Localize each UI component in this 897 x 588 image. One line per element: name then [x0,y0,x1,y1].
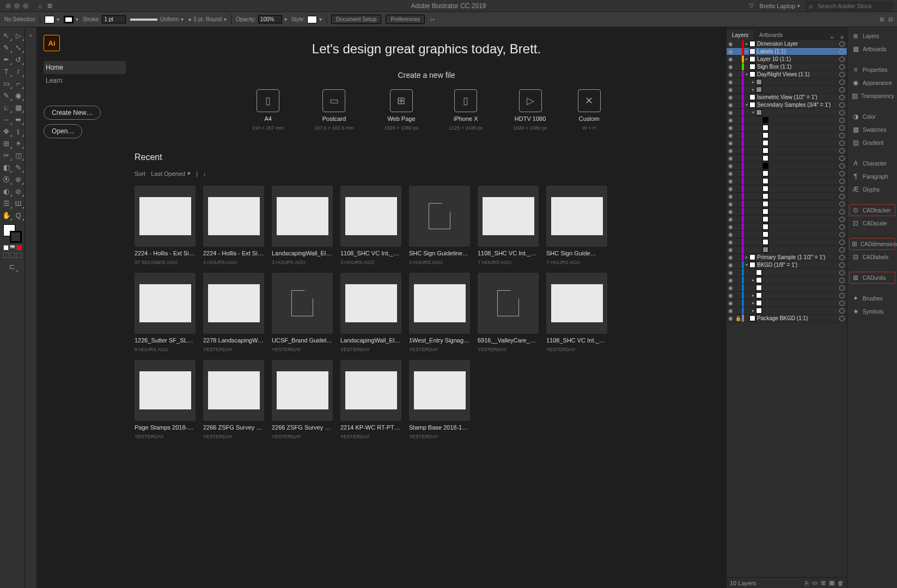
panel-cadunits[interactable]: ⊠CADunits [850,272,895,283]
layer-row[interactable]: ◉ [727,170,847,177]
panel-menu-icon[interactable]: ≡ [837,34,847,40]
tool-↺[interactable]: ↺ [13,53,25,65]
brush-dropdown[interactable]: ●5 pt. Round▾ [188,16,227,22]
visibility-icon[interactable]: ◉ [727,186,734,192]
visibility-icon[interactable]: ◉ [727,140,734,146]
layer-name[interactable]: Isometric View (1/2" = 1') [757,94,837,100]
layer-row[interactable]: ◉ [727,246,847,254]
target-icon[interactable] [839,49,845,54]
layer-name[interactable]: Day/Night Views (1:1) [757,71,837,77]
layer-thumbnail[interactable] [762,247,768,253]
layer-name[interactable]: Dimension Layer [757,41,837,47]
panel-layers[interactable]: ≣Layers [850,30,895,41]
recent-file[interactable]: LandscapingWall_Elevations_…3 HOURS AGO [272,186,333,265]
tool-Ш[interactable]: Ш [13,197,25,209]
target-icon[interactable] [839,87,845,93]
target-icon[interactable] [839,72,845,77]
visibility-icon[interactable]: ◉ [727,308,734,314]
layer-row[interactable]: ◉▸ [727,78,847,86]
opacity-input[interactable] [258,15,282,23]
layer-thumbnail[interactable] [749,102,755,108]
visibility-icon[interactable]: ◉ [727,247,734,253]
target-icon[interactable] [839,308,845,314]
visibility-icon[interactable]: ◉ [727,163,734,169]
layer-thumbnail[interactable] [762,155,768,161]
style-swatch[interactable] [307,16,317,23]
recent-file[interactable]: 6916__ValleyCare_Pleasanto…YESTERDAY [478,273,539,352]
panel-brushes[interactable]: ✦Brushes [850,293,895,304]
layer-thumbnail[interactable] [762,201,768,207]
layer-thumbnail[interactable] [762,140,768,146]
disclosure-icon[interactable]: ▾ [744,102,749,107]
layer-row[interactable]: ◉▸Primary Sample (1 1/2" = 1') [727,254,847,261]
panel-character[interactable]: ACharacter [850,158,895,169]
target-icon[interactable] [839,118,845,123]
layer-thumbnail[interactable] [756,300,762,306]
tool-✂[interactable]: ✂ [1,149,13,161]
tool-⬌[interactable]: ⬌ [13,113,25,125]
layer-thumbnail[interactable] [749,94,755,100]
recent-file[interactable]: 2278 LandscapingWall_Elevat…YESTERDAY [203,273,264,352]
preferences-button[interactable]: Preferences [386,15,425,24]
target-icon[interactable] [839,285,845,291]
profile-dropdown[interactable]: Uniform▾ [130,16,184,22]
tool-Q[interactable]: Q [13,209,25,221]
layer-thumbnail[interactable] [749,41,755,47]
tool-⤡[interactable]: ⤡ [13,41,25,53]
tool-⊘[interactable]: ⊘ [13,185,25,197]
recent-file[interactable]: SHC Sign Guidelines_2015.09…3 HOURS AGO [409,186,470,265]
layer-thumbnail[interactable] [762,209,768,215]
disclosure-icon[interactable]: ▸ [744,49,749,54]
visibility-icon[interactable]: ◉ [727,48,734,54]
layer-row[interactable]: ◉ [727,124,847,132]
visibility-icon[interactable]: ◉ [727,125,734,131]
visibility-icon[interactable]: ◉ [727,56,734,62]
target-icon[interactable] [839,102,845,108]
layer-thumbnail[interactable] [762,170,768,176]
visibility-icon[interactable]: ◉ [727,277,734,283]
layer-thumbnail[interactable] [749,71,755,77]
home-icon[interactable]: ⌂ [34,3,42,9]
tool-◐[interactable]: ◐ [1,185,13,197]
visibility-icon[interactable]: ◉ [727,193,734,199]
layer-thumbnail[interactable] [762,239,768,245]
target-icon[interactable] [839,262,845,268]
tool-✋[interactable]: ✋ [1,209,13,221]
tool-▭[interactable]: ▭ [1,77,13,89]
visibility-icon[interactable]: ◉ [727,292,734,298]
recent-file[interactable]: LandscapingWall_Elevations_…YESTERDAY [340,273,401,352]
target-icon[interactable] [839,247,845,253]
preset-hdtv-1080[interactable]: ▷HDTV 10801920 × 1080 px [513,89,547,131]
panel-cadscale[interactable]: ⊡CADscale [850,218,895,229]
target-icon[interactable] [839,278,845,283]
layer-row[interactable]: ◉▸Dimension Layer [727,40,847,48]
layer-row[interactable]: ◉▾ [727,109,847,117]
target-icon[interactable] [839,95,845,100]
layer-thumbnail[interactable] [762,117,768,123]
disclosure-icon[interactable]: ▸ [744,57,749,62]
target-icon[interactable] [839,171,845,176]
layer-row[interactable]: ◉🔒Package BKGD (1:1) [727,315,847,322]
layer-row[interactable]: ◉ [727,193,847,200]
disclosure-icon[interactable]: ▾ [750,110,756,115]
panel-artboards[interactable]: ▦Artboards [850,44,895,54]
target-icon[interactable] [839,156,845,161]
panel-cadlabels[interactable]: ⊟CADlabels [850,252,895,262]
fill-stroke-control[interactable] [3,224,22,243]
visibility-icon[interactable]: ◉ [727,87,734,93]
visibility-icon[interactable]: ◉ [727,216,734,222]
layer-name[interactable]: Secondary Samples (3/4" = 1') [757,102,837,108]
stroke-weight-input[interactable] [102,15,126,23]
visibility-icon[interactable]: ◉ [727,224,734,230]
view-mode-icon[interactable]: ⊞ [880,16,884,22]
disclosure-icon[interactable]: ▾ [744,262,749,267]
preset-postcard[interactable]: ▭Postcard197.6 × 101.6 mm [314,89,354,131]
panel-gradient[interactable]: ▤Gradient [850,137,895,148]
layer-row[interactable]: ◉ [727,269,847,277]
stroke-swatch[interactable]: ▾ [64,16,78,23]
panel-cadtracker[interactable]: ⊙CADtracker [850,205,895,216]
visibility-icon[interactable]: ◉ [727,254,734,260]
visibility-icon[interactable]: ◉ [727,148,734,154]
tool-T[interactable]: T [1,65,13,77]
visibility-icon[interactable]: ◉ [727,239,734,245]
